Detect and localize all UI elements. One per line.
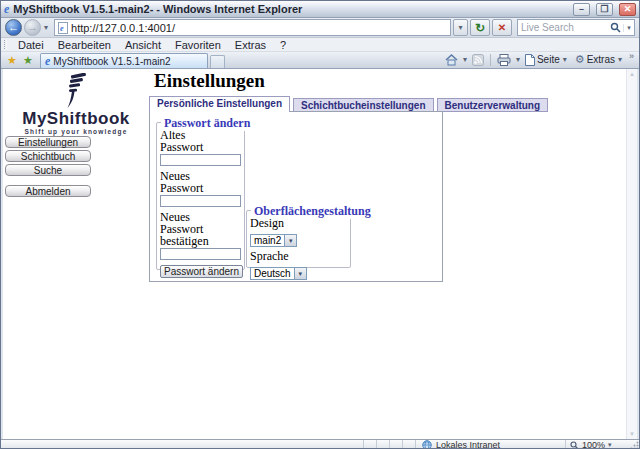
feeds-icon: [472, 54, 484, 66]
status-cell: [376, 440, 389, 449]
page-dropdown-icon: ▾: [562, 55, 568, 64]
language-select[interactable]: Deutsch ▾: [250, 267, 307, 280]
zoom-dropdown-icon[interactable]: ▾: [608, 441, 612, 449]
page-favicon-icon: e: [58, 22, 68, 34]
home-button[interactable]: [442, 52, 461, 67]
password-fieldset: Passwort ändern Altes Passwort Neues Pas…: [156, 122, 245, 270]
menu-extras[interactable]: Extras: [228, 39, 273, 51]
design-select[interactable]: main2 ▾: [250, 234, 297, 247]
status-cell: [363, 440, 376, 449]
browser-tab[interactable]: e MyShiftbook V1.5.1-main2: [40, 53, 208, 68]
page-menu-label: Seite: [537, 54, 560, 65]
old-password-input[interactable]: [160, 154, 241, 166]
page-icon: [525, 54, 535, 66]
page-menu-button[interactable]: Seite ▾: [522, 52, 571, 67]
appearance-fieldset: Oberflächengestaltung Design main2 ▾ Spr…: [246, 210, 351, 268]
toolbar-grip[interactable]: [4, 40, 7, 49]
design-select-arrow-icon: ▾: [284, 235, 296, 246]
maximize-button[interactable]: ❐: [596, 3, 613, 16]
security-zone-label: Lokales Intranet: [436, 440, 500, 449]
stop-button[interactable]: ✕: [492, 19, 512, 36]
language-label: Sprache: [250, 250, 340, 262]
search-dropdown-icon[interactable]: ▾: [623, 24, 634, 32]
print-dropdown-icon[interactable]: ▾: [515, 55, 521, 64]
tab-persoenliche-einstellungen[interactable]: Persönliche Einstellungen: [149, 96, 290, 112]
tab-schichtbucheinstellungen[interactable]: Schichtbucheinstellungen: [293, 98, 433, 112]
zoom-level: 100%: [582, 440, 605, 449]
zoom-magnifier-icon: [570, 441, 579, 449]
new-password-label: Neues Passwort: [160, 170, 224, 194]
home-icon: [445, 54, 458, 66]
logo-tagline: Shift up your knowledge: [3, 128, 149, 135]
feeds-button[interactable]: [469, 52, 487, 67]
confirm-password-input[interactable]: [160, 248, 241, 260]
address-dropdown-button[interactable]: ▾: [453, 19, 468, 36]
command-bar: ▾ ▾ Seite ▾ ⚙ Extras ▾ »: [442, 51, 636, 68]
vertical-scrollbar[interactable]: ▲ ▼: [626, 69, 637, 439]
address-bar[interactable]: e: [54, 19, 451, 36]
tab-title: MyShiftbook V1.5.1-main2: [53, 56, 170, 67]
sidebar-button-schichtbuch[interactable]: Schichtbuch: [5, 150, 91, 162]
intranet-globe-icon: [422, 440, 432, 449]
menu-hilfe[interactable]: ?: [273, 39, 293, 51]
navigation-bar: ← → ▾ e ▾ ↻ ✕ ▾: [1, 18, 639, 38]
change-password-button[interactable]: Passwort ändern: [160, 265, 243, 278]
home-dropdown-icon[interactable]: ▾: [462, 55, 468, 64]
status-bar: Lokales Intranet 100% ▾: [1, 439, 639, 449]
menu-favoriten[interactable]: Favoriten: [168, 39, 228, 51]
menu-bearbeiten[interactable]: Bearbeiten: [51, 39, 118, 51]
new-tab-button[interactable]: [210, 55, 225, 68]
search-button[interactable]: [608, 22, 623, 33]
refresh-button[interactable]: ↻: [470, 19, 490, 36]
history-dropdown-icon[interactable]: ▾: [43, 23, 49, 32]
tab-bar: ★ ★ e MyShiftbook V1.5.1-main2 ▾ ▾ Seite…: [1, 52, 639, 69]
tab-benutzerverwaltung[interactable]: Benutzerverwaltung: [437, 98, 549, 112]
zoom-control[interactable]: 100% ▾: [565, 440, 627, 449]
search-input[interactable]: [521, 22, 608, 33]
browser-window: e MyShiftbook V1.5.1-main2- - Windows In…: [0, 0, 640, 449]
password-legend: Passwort ändern: [161, 116, 253, 131]
menu-ansicht[interactable]: Ansicht: [118, 39, 168, 51]
tab-favicon-icon: e: [45, 55, 50, 67]
status-cell: [389, 440, 402, 449]
page-viewport: MyShiftbook Shift up your knowledge Eins…: [3, 69, 637, 439]
settings-panel: Passwort ändern Altes Passwort Neues Pas…: [149, 111, 443, 282]
gear-icon: ⚙: [575, 54, 585, 65]
settings-tabs: Persönliche Einstellungen Schichtbuchein…: [149, 96, 548, 112]
sidebar-button-abmelden[interactable]: Abmelden: [5, 185, 91, 197]
appearance-legend: Oberflächengestaltung: [251, 204, 374, 219]
print-icon: [497, 54, 511, 66]
command-separator: [490, 54, 491, 66]
menu-datei[interactable]: Datei: [11, 39, 51, 51]
minimize-button[interactable]: –: [573, 3, 590, 16]
old-password-label: Altes Passwort: [160, 129, 224, 153]
add-favorite-button[interactable]: ★: [20, 53, 36, 68]
scroll-up-icon[interactable]: ▲: [629, 71, 635, 77]
extras-menu-label: Extras: [587, 54, 615, 65]
svg-text:e: e: [60, 24, 64, 33]
search-box[interactable]: ▾: [517, 19, 635, 36]
extras-dropdown-icon: ▾: [617, 55, 623, 64]
sidebar-button-einstellungen[interactable]: Einstellungen: [5, 136, 91, 148]
ie-logo-icon: e: [4, 3, 9, 15]
search-icon: [610, 22, 621, 33]
design-select-value: main2: [251, 235, 284, 246]
stop-icon: ✕: [498, 22, 506, 33]
sidebar-button-suche[interactable]: Suche: [5, 164, 91, 176]
language-select-value: Deutsch: [251, 268, 294, 279]
page-title: Einstellungen: [154, 70, 265, 92]
confirm-password-label: Neues Passwort bestätigen: [160, 211, 224, 247]
close-button[interactable]: ✕: [619, 3, 636, 16]
scroll-down-icon[interactable]: ▼: [629, 431, 635, 437]
print-button[interactable]: [494, 52, 514, 67]
resize-grip[interactable]: [627, 441, 639, 449]
myshiftbook-logo-icon: [61, 73, 91, 109]
favorites-center-button[interactable]: ★: [4, 53, 20, 68]
back-button[interactable]: ←: [5, 19, 22, 36]
url-input[interactable]: [71, 22, 447, 34]
extras-menu-button[interactable]: ⚙ Extras ▾: [572, 52, 626, 67]
language-select-arrow-icon: ▾: [294, 268, 306, 279]
toolbar-overflow-chevron[interactable]: »: [627, 51, 636, 61]
new-password-input[interactable]: [160, 195, 241, 207]
forward-button[interactable]: →: [24, 19, 41, 36]
